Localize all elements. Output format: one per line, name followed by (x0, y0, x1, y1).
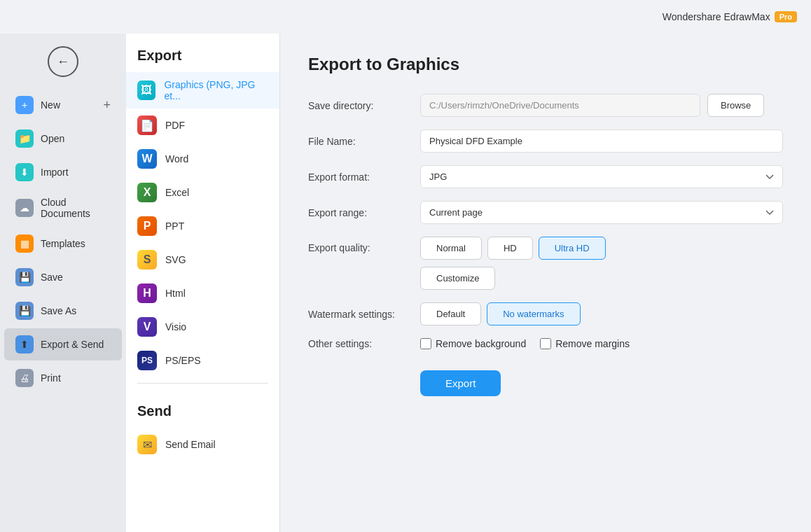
sidebar-item-templates-label: Templates (41, 238, 85, 249)
main-layout: ← + New + 📁 Open ⬇ Import ☁ Cloud Docume… (0, 34, 811, 532)
sidebar-item-save[interactable]: 💾 Save (4, 261, 122, 293)
export-item-pseps[interactable]: PS PS/EPS (126, 344, 279, 377)
import-icon: ⬇ (15, 163, 34, 181)
word-icon: W (137, 149, 157, 169)
watermark-button-group: Default No watermarks (420, 302, 783, 326)
save-directory-row: Save directory: Browse (308, 94, 783, 117)
browse-button[interactable]: Browse (707, 94, 764, 117)
quality-customize-button[interactable]: Customize (420, 267, 495, 290)
file-name-row: File Name: (308, 130, 783, 153)
file-name-control (420, 130, 783, 153)
checkbox-group: Remove background Remove margins (420, 338, 783, 349)
cloud-icon: ☁ (15, 199, 34, 217)
sidebar-item-import[interactable]: ⬇ Import (4, 156, 122, 188)
export-item-graphics-label: Graphics (PNG, JPG et... (164, 79, 268, 102)
graphics-icon: 🖼 (137, 80, 155, 100)
export-item-html-label: Html (165, 288, 186, 299)
sidebar-item-cloud-label: Cloud Documents (41, 197, 111, 219)
export-quality-label: Export quality: (308, 237, 420, 253)
export-format-label: Export format: (308, 172, 420, 183)
other-settings-row: Other settings: Remove background Remove… (308, 338, 783, 349)
page-title: Export to Graphics (308, 55, 783, 74)
sidebar-item-import-label: Import (41, 167, 69, 178)
pdf-icon: 📄 (137, 115, 157, 135)
export-item-pdf[interactable]: 📄 PDF (126, 108, 279, 142)
saveas-icon: 💾 (15, 302, 34, 320)
sidebar-item-templates[interactable]: ▦ Templates (4, 227, 122, 260)
export-item-html[interactable]: H Html (126, 276, 279, 310)
watermark-none-button[interactable]: No watermarks (487, 302, 580, 326)
save-directory-label: Save directory: (308, 100, 420, 111)
export-item-visio[interactable]: V Visio (126, 310, 279, 344)
divider (137, 383, 268, 384)
export-item-word[interactable]: W Word (126, 142, 279, 176)
export-item-email[interactable]: ✉ Send Email (126, 428, 279, 461)
export-button[interactable]: Export (420, 370, 501, 396)
sidebar-item-open-label: Open (41, 133, 64, 144)
sidebar-item-saveas[interactable]: 💾 Save As (4, 295, 122, 327)
export-quality-control: Normal HD Ultra HD Customize (420, 237, 783, 290)
top-bar: Wondershare EdrawMax Pro (0, 0, 811, 34)
pro-badge: Pro (775, 11, 797, 22)
excel-icon: X (137, 183, 157, 202)
export-section-title: Export (126, 48, 279, 72)
quality-hd-button[interactable]: HD (487, 237, 533, 260)
new-icon: + (15, 96, 34, 114)
email-icon: ✉ (137, 435, 157, 454)
export-range-control: Current page All pages Selected objects (420, 201, 783, 224)
file-name-label: File Name: (308, 136, 420, 147)
pseps-icon: PS (137, 351, 157, 370)
remove-background-checkbox[interactable]: Remove background (420, 338, 526, 349)
sidebar-narrow: ← + New + 📁 Open ⬇ Import ☁ Cloud Docume… (0, 34, 126, 532)
sidebar-item-print-label: Print (41, 372, 61, 384)
sidebar-item-print[interactable]: 🖨 Print (4, 362, 122, 394)
quality-normal-button[interactable]: Normal (420, 237, 482, 260)
export-item-excel[interactable]: X Excel (126, 176, 279, 209)
sidebar-item-save-label: Save (41, 272, 63, 283)
export-item-pdf-label: PDF (165, 120, 185, 131)
app-title: Wondershare EdrawMax (663, 11, 770, 22)
templates-icon: ▦ (15, 234, 34, 253)
export-item-excel-label: Excel (165, 187, 189, 198)
main-content: Export to Graphics Save directory: Brows… (280, 34, 811, 532)
sidebar-item-saveas-label: Save As (41, 305, 76, 316)
export-range-select[interactable]: Current page All pages Selected objects (420, 201, 783, 224)
sidebar-item-cloud[interactable]: ☁ Cloud Documents (4, 190, 122, 226)
export-item-graphics[interactable]: 🖼 Graphics (PNG, JPG et... (126, 72, 279, 108)
remove-background-input[interactable] (420, 338, 431, 349)
watermark-control: Default No watermarks (420, 302, 783, 326)
export-item-ppt-label: PPT (165, 220, 184, 232)
sidebar-item-export[interactable]: ⬆ Export & Send (4, 328, 122, 360)
export-item-word-label: Word (165, 153, 188, 164)
file-name-input[interactable] (420, 130, 783, 153)
mid-panel: Export 🖼 Graphics (PNG, JPG et... 📄 PDF … (126, 34, 280, 532)
export-format-select[interactable]: JPG PNG BMP SVG PDF (420, 165, 783, 188)
watermark-row: Watermark settings: Default No watermark… (308, 302, 783, 326)
sidebar-item-new-label: New (41, 99, 60, 111)
save-icon: 💾 (15, 268, 34, 286)
ppt-icon: P (137, 216, 157, 236)
watermark-default-button[interactable]: Default (420, 302, 481, 326)
back-arrow-icon: ← (57, 55, 69, 69)
export-format-control: JPG PNG BMP SVG PDF (420, 165, 783, 188)
remove-margins-checkbox[interactable]: Remove margins (540, 338, 630, 349)
export-send-icon: ⬆ (15, 335, 34, 354)
sidebar-item-new[interactable]: + New + (4, 89, 122, 121)
other-settings-control: Remove background Remove margins (420, 338, 783, 349)
export-item-visio-label: Visio (165, 321, 186, 332)
remove-margins-input[interactable] (540, 338, 551, 349)
quality-row: Normal HD Ultra HD (420, 237, 783, 260)
save-directory-input[interactable] (420, 94, 700, 117)
quality-ultrahd-button[interactable]: Ultra HD (539, 237, 606, 260)
sidebar-item-open[interactable]: 📁 Open (4, 122, 122, 155)
export-range-label: Export range: (308, 207, 420, 218)
visio-icon: V (137, 317, 157, 337)
export-item-svg[interactable]: S SVG (126, 243, 279, 276)
export-format-row: Export format: JPG PNG BMP SVG PDF (308, 165, 783, 188)
back-button[interactable]: ← (48, 46, 78, 77)
export-item-ppt[interactable]: P PPT (126, 209, 279, 243)
html-icon: H (137, 284, 157, 303)
watermark-label: Watermark settings: (308, 309, 420, 320)
quality-group: Normal HD Ultra HD Customize (420, 237, 783, 290)
plus-icon: + (103, 98, 111, 113)
